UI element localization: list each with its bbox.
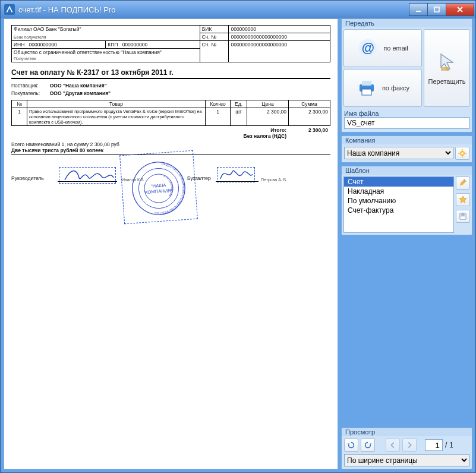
svg-rect-2 bbox=[434, 7, 439, 12]
svg-point-17 bbox=[461, 152, 464, 154]
bank-details-table: Филиал ОАО Банк "Богатый" БИК 000000000 … bbox=[11, 25, 330, 62]
page-separator: / bbox=[445, 441, 447, 449]
svg-rect-15 bbox=[441, 67, 449, 71]
summary-line: Всего наименований 1, на сумму 2 300,00 … bbox=[11, 141, 330, 147]
svg-rect-14 bbox=[362, 89, 371, 95]
svg-rect-20 bbox=[458, 153, 460, 154]
svg-rect-21 bbox=[465, 153, 466, 154]
svg-rect-19 bbox=[462, 156, 463, 157]
list-item[interactable]: Накладная bbox=[344, 187, 453, 196]
svg-rect-18 bbox=[462, 149, 463, 151]
page-number-input[interactable] bbox=[425, 439, 443, 451]
rotate-left-icon bbox=[347, 441, 355, 449]
director-label: Руководитель bbox=[11, 175, 44, 181]
svg-rect-13 bbox=[362, 81, 371, 86]
svg-rect-23 bbox=[461, 213, 464, 216]
svg-text:@: @ bbox=[362, 40, 374, 55]
floppy-icon bbox=[459, 212, 467, 220]
accountant-sign-box bbox=[217, 167, 255, 182]
filename-label: Имя файла bbox=[344, 110, 469, 117]
filename-input[interactable] bbox=[344, 117, 469, 129]
gear-icon bbox=[458, 149, 466, 157]
zoom-select[interactable]: По ширине страницы bbox=[344, 454, 469, 466]
rotate-right-button[interactable] bbox=[361, 439, 375, 452]
pencil-icon bbox=[459, 179, 467, 187]
chevron-right-icon bbox=[405, 441, 414, 449]
company-panel: Компания Наша компания bbox=[341, 135, 472, 163]
list-item[interactable]: Счет-фактура bbox=[344, 206, 453, 215]
list-item[interactable]: По умолчанию bbox=[344, 196, 453, 206]
minimize-button[interactable] bbox=[409, 3, 428, 16]
stamp-icon: ОБЩЕСТВО С ОГРАНИЧЕННОЙ ОТВЕТСТВЕННОСТЬЮ… bbox=[128, 158, 189, 219]
next-page-button[interactable] bbox=[402, 439, 417, 452]
supplier-row: Поставщик: ООО "Наша компания" bbox=[11, 83, 330, 89]
accountant-name: Петрова А. Б. bbox=[261, 178, 287, 182]
page-total: 1 bbox=[449, 441, 453, 449]
document-page: Филиал ОАО Банк "Богатый" БИК 000000000 … bbox=[11, 25, 330, 229]
company-settings-button[interactable] bbox=[455, 147, 469, 160]
view-panel: Просмотр / 1 По ширине страницы bbox=[341, 427, 472, 469]
maximize-button[interactable] bbox=[427, 3, 446, 16]
rotate-left-button[interactable] bbox=[344, 439, 358, 452]
document-viewer[interactable]: Филиал ОАО Банк "Богатый" БИК 000000000 … bbox=[4, 18, 338, 469]
templates-panel-title: Шаблон bbox=[342, 166, 472, 175]
company-select[interactable]: Наша компания bbox=[344, 147, 453, 159]
table-row: 1 Право использования программного проду… bbox=[12, 108, 330, 126]
rotate-right-icon bbox=[364, 441, 372, 449]
template-save-button[interactable] bbox=[456, 210, 470, 223]
app-icon bbox=[4, 4, 15, 15]
templates-listbox[interactable]: Счет Накладная По умолчанию Счет-фактура bbox=[343, 176, 454, 233]
app-window: счет.tif - НА ПОДПИСЬ! Pro Филиал ОАО Ба… bbox=[0, 0, 476, 473]
buyer-row: Покупатель: ООО "Другая компания" bbox=[11, 90, 330, 96]
svg-rect-1 bbox=[416, 11, 421, 12]
view-panel-title: Просмотр bbox=[342, 428, 472, 436]
company-panel-title: Компания bbox=[342, 136, 472, 144]
prev-page-button[interactable] bbox=[386, 439, 400, 452]
templates-panel: Шаблон Счет Накладная По умолчанию Счет-… bbox=[341, 166, 472, 235]
send-email-button[interactable]: @ по email bbox=[343, 29, 422, 67]
send-panel: Передать @ по email по факсу bbox=[341, 18, 472, 133]
cursor-icon bbox=[436, 52, 458, 73]
printer-icon bbox=[356, 77, 377, 99]
star-icon bbox=[459, 195, 467, 204]
invoice-title: Счет на оплату № К-2317 от 13 октября 20… bbox=[11, 68, 330, 79]
chevron-left-icon bbox=[389, 441, 397, 449]
template-new-button[interactable] bbox=[456, 193, 470, 206]
send-fax-button[interactable]: по факсу bbox=[343, 69, 422, 107]
close-button[interactable] bbox=[446, 3, 474, 16]
drag-button[interactable]: Перетащить bbox=[424, 29, 470, 107]
svg-text:КОМПАНИЯ": КОМПАНИЯ" bbox=[145, 188, 173, 195]
email-icon: @ bbox=[357, 37, 379, 59]
template-edit-button[interactable] bbox=[456, 176, 470, 190]
svg-rect-24 bbox=[461, 217, 465, 219]
items-table: № Товар Кол-во Ед. Цена Сумма 1 Право ис… bbox=[11, 100, 330, 126]
accountant-label: Бухгалтер bbox=[187, 175, 211, 181]
list-item[interactable]: Счет bbox=[344, 177, 453, 187]
titlebar[interactable]: счет.tif - НА ПОДПИСЬ! Pro bbox=[1, 1, 475, 18]
window-title: счет.tif - НА ПОДПИСЬ! Pro bbox=[18, 5, 409, 14]
send-panel-title: Передать bbox=[342, 19, 472, 27]
